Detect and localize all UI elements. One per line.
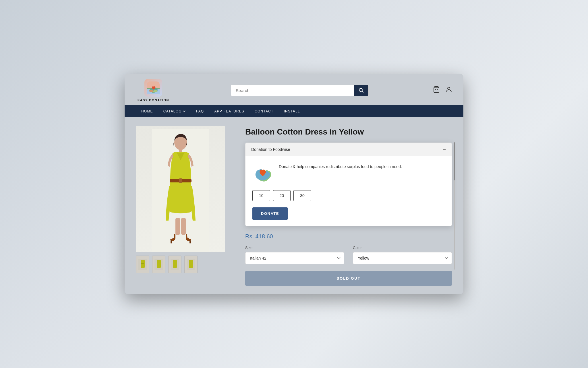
svg-rect-14: [171, 240, 172, 244]
donation-modal: Donation to Foodwise −: [245, 143, 452, 226]
dress-figure-svg: [152, 129, 209, 252]
site-header: EASY DONATION: [125, 74, 463, 102]
product-detail: Balloon Cotton Dress in Yellow Donation …: [245, 126, 452, 286]
svg-rect-13: [181, 218, 186, 235]
amount-10-button[interactable]: 10: [252, 190, 270, 201]
search-button[interactable]: [354, 85, 368, 96]
thumbnail-1[interactable]: [136, 256, 149, 273]
catalog-chevron-icon: [183, 110, 186, 112]
modal-close-button[interactable]: −: [443, 147, 446, 152]
color-label: Color: [353, 246, 452, 250]
svg-rect-17: [141, 260, 145, 268]
selectors-row: Size Italian 38 Italian 40 Italian 42 It…: [245, 246, 452, 264]
nav-app-features[interactable]: APP FEATURES: [209, 105, 249, 117]
size-label: Size: [245, 246, 344, 250]
thumb-icon-1: [138, 259, 147, 270]
color-select[interactable]: Yellow Blue Green: [353, 252, 452, 264]
nav-contact[interactable]: CONTACT: [249, 105, 279, 117]
amount-buttons: 10 20 30: [252, 190, 445, 201]
modal-body: Donate & help companies redistribute sur…: [245, 156, 452, 226]
donation-logo-svg: [252, 163, 273, 183]
svg-line-4: [362, 91, 363, 93]
browser-window: EASY DONATION: [125, 74, 463, 294]
cart-button[interactable]: [433, 86, 440, 95]
donate-button[interactable]: DONATE: [252, 207, 288, 220]
thumbnail-strip: [136, 256, 234, 273]
svg-rect-20: [157, 260, 161, 268]
cart-icon: [433, 86, 440, 93]
thumbnail-2[interactable]: [152, 256, 165, 273]
color-selector-group: Color Yellow Blue Green: [353, 246, 452, 264]
donation-description: Donate & help companies redistribute sur…: [279, 163, 402, 170]
store-name: EASY DONATION: [138, 98, 169, 102]
modal-title: Donation to Foodwise: [251, 147, 290, 152]
modal-header: Donation to Foodwise −: [245, 143, 452, 156]
site-nav: HOME CATALOG FAQ APP FEATURES CONTACT IN…: [125, 105, 463, 117]
size-select[interactable]: Italian 38 Italian 40 Italian 42 Italian…: [245, 252, 344, 264]
svg-rect-24: [189, 260, 193, 268]
header-icons: [429, 86, 452, 95]
nav-install[interactable]: INSTALL: [279, 105, 305, 117]
user-icon: [446, 86, 452, 93]
logo-svg: [147, 81, 160, 94]
search-area: [176, 85, 423, 96]
svg-rect-11: [179, 178, 182, 183]
product-title: Balloon Cotton Dress in Yellow: [245, 127, 452, 137]
svg-rect-22: [173, 260, 177, 268]
sold-out-button: SOLD OUT: [245, 271, 452, 286]
product-image-area: [136, 126, 234, 286]
svg-rect-18: [141, 263, 144, 264]
thumb-icon-4: [187, 259, 195, 270]
logo-icon[interactable]: [144, 79, 162, 97]
thumbnail-4[interactable]: [184, 256, 198, 273]
thumbnail-3[interactable]: [168, 256, 181, 273]
logo-area: EASY DONATION: [136, 79, 171, 102]
product-price: Rs. 418.60: [245, 233, 452, 240]
scroll-indicator: [454, 142, 455, 270]
svg-rect-12: [175, 218, 180, 235]
svg-rect-15: [189, 240, 191, 244]
nav-faq[interactable]: FAQ: [191, 105, 209, 117]
scroll-thumb[interactable]: [454, 142, 455, 181]
thumb-icon-3: [171, 259, 179, 270]
login-button[interactable]: [446, 86, 452, 94]
nav-home[interactable]: HOME: [136, 105, 158, 117]
nav-catalog[interactable]: CATALOG: [158, 105, 191, 117]
amount-20-button[interactable]: 20: [273, 190, 291, 201]
size-selector-group: Size Italian 38 Italian 40 Italian 42 It…: [245, 246, 344, 264]
donation-logo: [252, 163, 273, 183]
amount-30-button[interactable]: 30: [293, 190, 311, 201]
search-form: [231, 85, 369, 96]
search-input[interactable]: [231, 85, 354, 96]
search-icon: [359, 88, 364, 93]
main-content: Balloon Cotton Dress in Yellow Donation …: [125, 117, 463, 294]
svg-point-6: [448, 87, 450, 89]
thumb-icon-2: [154, 259, 163, 270]
modal-content-row: Donate & help companies redistribute sur…: [252, 163, 445, 183]
product-main-image[interactable]: [136, 126, 225, 252]
